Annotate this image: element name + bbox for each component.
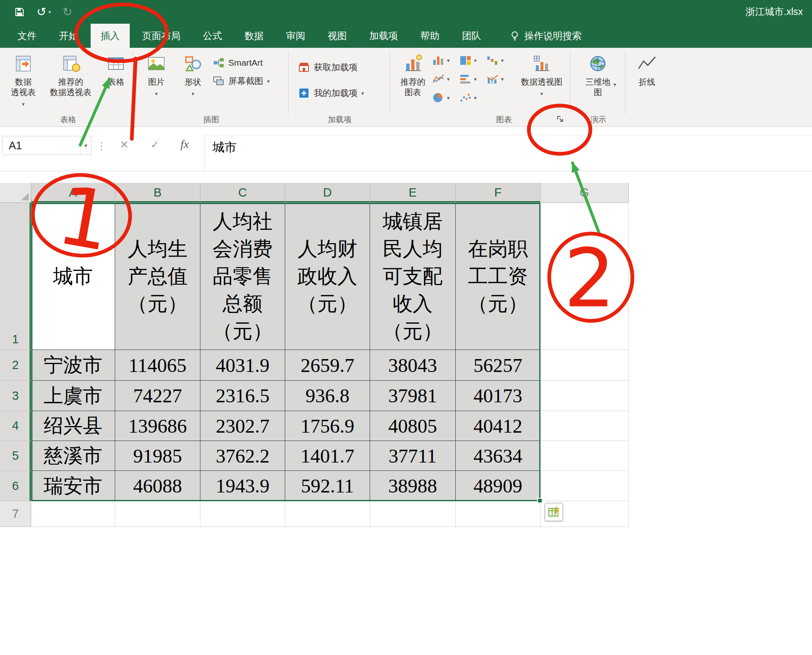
- column-header-c[interactable]: C: [200, 183, 285, 203]
- cell-d3[interactable]: 936.8: [285, 381, 370, 411]
- charts-dialog-launcher[interactable]: [556, 115, 565, 125]
- cell-e6[interactable]: 38988: [370, 471, 456, 501]
- cell-b7[interactable]: [115, 501, 200, 527]
- cell-c1[interactable]: 人均社 会消费 品零售 总额 （元）: [200, 203, 285, 350]
- tab-view[interactable]: 视图: [318, 24, 357, 48]
- cell-g3[interactable]: [541, 381, 629, 411]
- row-header-5[interactable]: 5: [0, 441, 31, 471]
- tab-help[interactable]: 帮助: [410, 24, 449, 48]
- cell-c4[interactable]: 2302.7: [200, 411, 285, 441]
- shapes-button[interactable]: 形状 ▾: [176, 54, 210, 97]
- smartart-button[interactable]: SmartArt: [213, 57, 263, 69]
- column-header-a[interactable]: A: [31, 183, 115, 203]
- cell-f3[interactable]: 40173: [456, 381, 541, 411]
- recommended-pivottables-button[interactable]: 推荐的 数据透视表: [43, 54, 98, 98]
- formula-input[interactable]: 城市: [205, 135, 812, 171]
- insert-function-button[interactable]: fx: [180, 138, 189, 151]
- cell-e5[interactable]: 37711: [370, 441, 456, 471]
- cell-b1[interactable]: 人均生 产总值 （元）: [115, 203, 200, 350]
- chart-bar-button[interactable]: ▾: [459, 74, 477, 84]
- row-header-2[interactable]: 2: [0, 350, 31, 381]
- cell-g5[interactable]: [541, 441, 629, 471]
- my-addins-button[interactable]: 我的加载项 ▾: [298, 87, 364, 99]
- cell-g4[interactable]: [541, 411, 629, 441]
- cell-f2[interactable]: 56257: [456, 350, 541, 381]
- tab-review[interactable]: 审阅: [276, 24, 315, 48]
- enter-button[interactable]: ✓: [151, 138, 160, 151]
- cell-d4[interactable]: 1756.9: [285, 411, 370, 441]
- cell-b6[interactable]: 46088: [115, 471, 200, 501]
- cell-f7[interactable]: [456, 501, 541, 527]
- cell-f5[interactable]: 43634: [456, 441, 541, 471]
- cell-e4[interactable]: 40805: [370, 411, 456, 441]
- cell-a2[interactable]: 宁波市: [31, 350, 115, 381]
- cell-a1-active[interactable]: 城市: [31, 203, 115, 350]
- get-addins-button[interactable]: 获取加载项: [298, 61, 358, 74]
- column-header-b[interactable]: B: [115, 183, 200, 203]
- select-all-button[interactable]: [0, 183, 31, 203]
- tab-home[interactable]: 开始: [49, 24, 88, 48]
- row-header-6[interactable]: 6: [0, 471, 31, 501]
- chart-combo-button[interactable]: ▾: [486, 74, 504, 84]
- cell-g6[interactable]: [541, 471, 629, 501]
- redo-button[interactable]: ↻: [63, 6, 72, 18]
- row-header-3[interactable]: 3: [0, 381, 31, 411]
- tab-data[interactable]: 数据: [234, 24, 274, 48]
- name-box-dropdown-icon[interactable]: ▾: [80, 136, 91, 155]
- cell-b3[interactable]: 74227: [115, 381, 200, 411]
- pivotchart-button[interactable]: 数据透视图 ▾: [516, 54, 568, 97]
- cell-e1[interactable]: 城镇居 民人均 可支配 收入 （元）: [370, 203, 456, 350]
- chart-column-button[interactable]: ▾: [432, 55, 450, 66]
- cell-b4[interactable]: 139686: [115, 411, 200, 441]
- chart-line-button[interactable]: ▾: [432, 74, 450, 84]
- column-header-d[interactable]: D: [285, 183, 370, 203]
- tab-page-layout[interactable]: 页面布局: [132, 24, 190, 48]
- cell-c2[interactable]: 4031.9: [200, 350, 285, 381]
- name-box[interactable]: A1 ▾: [2, 136, 91, 155]
- cell-a5[interactable]: 慈溪市: [31, 441, 115, 471]
- cell-a7[interactable]: [31, 501, 115, 527]
- cell-f4[interactable]: 40412: [456, 411, 541, 441]
- tab-addins[interactable]: 加载项: [359, 24, 408, 48]
- tab-file[interactable]: 文件: [7, 24, 47, 48]
- chart-scatter-button[interactable]: ▾: [459, 92, 477, 103]
- cell-f1[interactable]: 在岗职 工工资 （元）: [456, 203, 541, 350]
- save-button[interactable]: [14, 7, 25, 17]
- column-header-g[interactable]: G: [541, 183, 629, 203]
- cell-d7[interactable]: [285, 501, 370, 527]
- pictures-button[interactable]: 图片 ▾: [139, 54, 174, 97]
- chart-pie-button[interactable]: ▾: [432, 92, 450, 103]
- cell-f6[interactable]: 48909: [456, 471, 541, 501]
- row-header-7[interactable]: 7: [0, 501, 31, 527]
- undo-button[interactable]: ↺ ▾: [37, 6, 51, 18]
- cell-a3[interactable]: 上虞市: [31, 381, 115, 411]
- cell-g2[interactable]: [541, 350, 629, 381]
- cell-c5[interactable]: 3762.2: [200, 441, 285, 471]
- pivottable-button[interactable]: 数据 透视表 ▾: [5, 54, 42, 107]
- tab-insert[interactable]: 插入: [91, 24, 130, 48]
- cell-a6[interactable]: 瑞安市: [31, 471, 115, 501]
- cell-d1[interactable]: 人均财 政收入 （元）: [285, 203, 370, 350]
- cell-e2[interactable]: 38043: [370, 350, 456, 381]
- cell-e7[interactable]: [370, 501, 456, 527]
- cell-g1[interactable]: [541, 203, 629, 350]
- sparkline-line-button[interactable]: 折线: [627, 54, 667, 87]
- screenshot-button[interactable]: 屏幕截图 ▾: [213, 75, 270, 87]
- row-header-1[interactable]: 1: [0, 203, 31, 350]
- cell-c3[interactable]: 2316.5: [200, 381, 285, 411]
- chart-hierarchy-button[interactable]: ▾: [459, 55, 477, 66]
- map3d-button[interactable]: 三维地 图 ▾: [577, 54, 619, 98]
- cell-c7[interactable]: [200, 501, 285, 527]
- cell-d2[interactable]: 2659.7: [285, 350, 370, 381]
- cell-e3[interactable]: 37981: [370, 381, 456, 411]
- chart-waterfall-button[interactable]: ▾: [486, 55, 504, 66]
- cell-d6[interactable]: 592.11: [285, 471, 370, 501]
- cell-d5[interactable]: 1401.7: [285, 441, 370, 471]
- row-header-4[interactable]: 4: [0, 411, 31, 441]
- cell-b5[interactable]: 91985: [115, 441, 200, 471]
- column-header-f[interactable]: F: [456, 183, 541, 203]
- recommended-charts-button[interactable]: 推荐的 图表: [394, 54, 432, 98]
- cancel-button[interactable]: ✕: [120, 138, 129, 151]
- column-header-e[interactable]: E: [370, 183, 456, 203]
- cell-a4[interactable]: 绍兴县: [31, 411, 115, 441]
